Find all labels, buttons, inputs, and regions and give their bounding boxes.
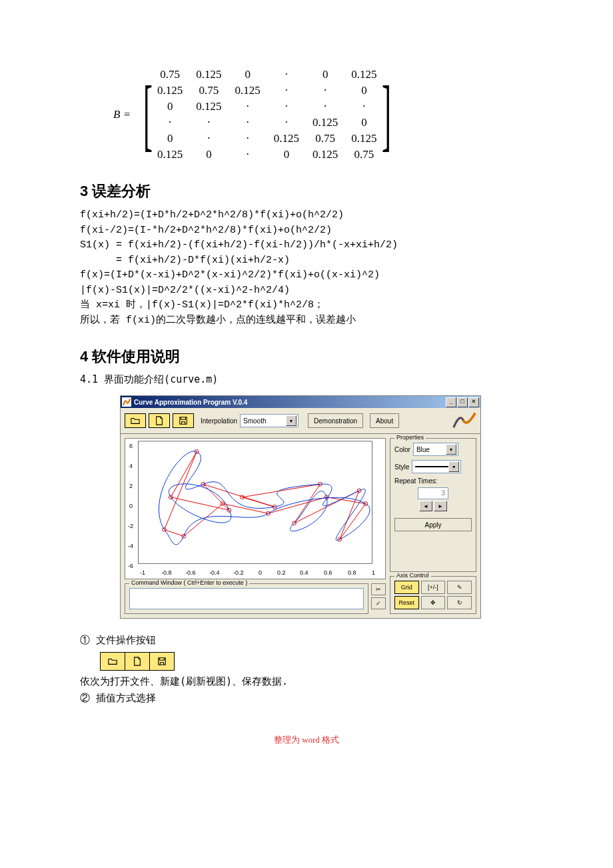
matrix-right-bracket: ] bbox=[382, 81, 391, 148]
axis-control-legend: Axis Control bbox=[394, 572, 431, 579]
color-label: Color bbox=[394, 446, 410, 453]
repeat-field[interactable]: 3 bbox=[418, 487, 448, 499]
save-button-sample[interactable] bbox=[150, 653, 174, 670]
color-dropdown[interactable]: Blue ▼ bbox=[413, 443, 458, 456]
file-button-bar bbox=[100, 652, 175, 671]
style-dropdown[interactable]: ▼ bbox=[412, 460, 461, 473]
reset-button[interactable]: Reset bbox=[394, 596, 419, 609]
grid-button[interactable]: Grid bbox=[394, 581, 419, 594]
save-button[interactable] bbox=[173, 413, 194, 428]
interp-value: Smooth bbox=[243, 417, 266, 425]
app-icon bbox=[122, 397, 131, 407]
plot-area[interactable]: 6 4 2 0 -2 -4 -6 -1 -0.8 -0.6 -0.4 -0.2 … bbox=[125, 438, 386, 579]
pan-button[interactable]: ✥ bbox=[421, 596, 446, 609]
section-3-heading: 3 误差分析 bbox=[80, 181, 533, 201]
repeat-label: Repeat Times: bbox=[394, 477, 472, 485]
app-title: Curve Approximation Program V.0.4 bbox=[134, 399, 247, 406]
command-input[interactable] bbox=[129, 588, 364, 609]
interp-dropdown[interactable]: Smooth ▼ bbox=[240, 414, 299, 427]
command-window-group: Command Window ( Ctrl+Enter to execute ) bbox=[125, 583, 368, 614]
execute-button[interactable]: ✓ bbox=[371, 597, 386, 609]
desc-line-1: ① 文件操作按钮 bbox=[80, 632, 533, 649]
rotate-icon: ↻ bbox=[457, 599, 462, 606]
command-window-legend: Command Window ( Ctrl+Enter to execute ) bbox=[129, 579, 249, 586]
chevron-down-icon: ▼ bbox=[446, 444, 456, 455]
pen-button[interactable]: ✎ bbox=[447, 581, 472, 594]
desc-line-3: ② 插值方式选择 bbox=[80, 690, 533, 707]
about-button[interactable]: About bbox=[370, 413, 399, 428]
repeat-increment[interactable]: ► bbox=[434, 501, 447, 511]
matrix-left-bracket: [ bbox=[143, 81, 153, 148]
app-window: Curve Approximation Program V.0.4 _ □ × … bbox=[120, 395, 481, 619]
chevron-down-icon: ▼ bbox=[286, 415, 297, 426]
axis-control-group: Axis Control Grid [+/-] ✎ Reset ✥ ↻ bbox=[390, 576, 476, 614]
style-label: Style bbox=[394, 463, 409, 471]
minimize-button[interactable]: _ bbox=[446, 397, 456, 407]
close-button[interactable]: × bbox=[468, 397, 479, 407]
new-button[interactable] bbox=[149, 413, 170, 428]
properties-legend: Properties bbox=[394, 434, 426, 441]
properties-group: Properties Color Blue ▼ Style ▼ bbox=[390, 438, 476, 572]
matrix-body: 0.750.1250·00.125 0.1250.750.125··0 00.1… bbox=[151, 67, 384, 163]
cut-button[interactable]: ✂ bbox=[371, 583, 386, 595]
repeat-decrement[interactable]: ◄ bbox=[419, 501, 432, 511]
svg-rect-0 bbox=[139, 441, 372, 563]
matrix-lhs: B = bbox=[113, 108, 131, 121]
error-analysis-block: f(xi+h/2)=(I+D*h/2+D^2*h^2/8)*f(xi)+o(h^… bbox=[80, 208, 533, 328]
open-button-sample[interactable] bbox=[101, 653, 125, 670]
interp-label: Interpolation bbox=[201, 417, 237, 425]
line-style-icon bbox=[415, 466, 448, 467]
section-4-1-heading: 4.1 界面功能介绍(curve.m) bbox=[80, 373, 533, 386]
desc-line-2: 依次为打开文件、新建(刷新视图)、保存数据. bbox=[80, 673, 533, 691]
scissors-icon: ✂ bbox=[376, 586, 381, 593]
new-button-sample[interactable] bbox=[125, 653, 150, 670]
toolbar: Interpolation Smooth ▼ Demonstration Abo… bbox=[121, 408, 480, 434]
plot-svg bbox=[125, 439, 385, 575]
chevron-down-icon: ▼ bbox=[448, 461, 459, 472]
demo-button[interactable]: Demonstration bbox=[308, 413, 363, 428]
rotate-button[interactable]: ↻ bbox=[447, 596, 472, 609]
open-button[interactable] bbox=[125, 413, 146, 428]
pencil-icon: ✎ bbox=[457, 584, 462, 591]
zoom-toggle-button[interactable]: [+/-] bbox=[421, 581, 446, 594]
color-value: Blue bbox=[416, 446, 430, 453]
page-footer: 整理为 word 格式 bbox=[80, 734, 533, 746]
titlebar: Curve Approximation Program V.0.4 _ □ × bbox=[121, 396, 480, 408]
apply-button[interactable]: Apply bbox=[394, 518, 472, 531]
section-4-heading: 4 软件使用说明 bbox=[80, 347, 533, 367]
hand-icon: ✥ bbox=[430, 599, 436, 606]
maximize-button[interactable]: □ bbox=[457, 397, 468, 407]
check-icon: ✓ bbox=[376, 600, 381, 607]
matrix-equation: B = [ 0.750.1250·00.125 0.1250.750.125··… bbox=[113, 67, 533, 163]
matlab-logo-icon bbox=[452, 411, 476, 431]
